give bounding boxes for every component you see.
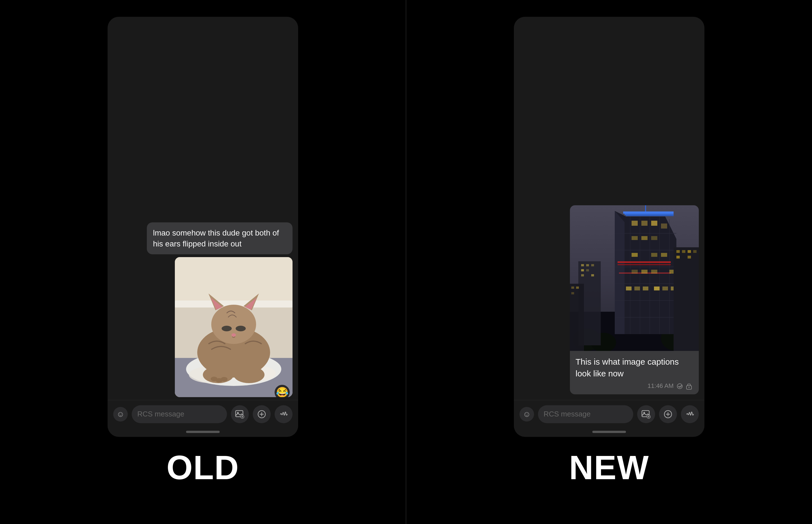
svg-rect-56	[618, 264, 671, 265]
old-phone-screen: lmao somehow this dude got both of his e…	[108, 17, 298, 437]
svg-rect-58	[632, 221, 638, 226]
svg-rect-35	[581, 269, 584, 272]
old-image-message[interactable]: 😂	[175, 257, 293, 397]
input-placeholder-new: RCS message	[543, 410, 591, 419]
svg-rect-54	[626, 215, 673, 216]
svg-rect-65	[632, 253, 638, 257]
svg-rect-81	[687, 250, 691, 253]
svg-point-92	[688, 387, 689, 388]
svg-rect-55	[618, 261, 671, 263]
svg-point-15	[231, 333, 236, 337]
svg-rect-59	[642, 221, 648, 226]
svg-rect-72	[626, 286, 632, 291]
svg-rect-68	[632, 270, 638, 274]
comparison-container: lmao somehow this dude got both of his e…	[0, 0, 812, 524]
add-button-new[interactable]	[659, 405, 677, 423]
message-text: lmao somehow this dude got both of his e…	[153, 229, 279, 248]
svg-point-14	[236, 326, 246, 331]
svg-rect-33	[586, 264, 589, 266]
svg-point-13	[222, 326, 232, 331]
voice-icon-new	[686, 410, 694, 419]
new-chat-area: This is what image captions look like no…	[514, 17, 704, 400]
svg-rect-52	[623, 211, 673, 214]
svg-rect-62	[632, 236, 638, 240]
svg-rect-38	[591, 274, 594, 276]
right-panel: This is what image captions look like no…	[406, 0, 812, 524]
svg-rect-87	[571, 286, 574, 289]
svg-rect-89	[571, 292, 574, 294]
old-label: OLD	[166, 437, 239, 524]
input-placeholder-old: RCS message	[137, 410, 184, 419]
add-icon-new	[664, 410, 672, 419]
rcs-input-new[interactable]: RCS message	[538, 405, 633, 423]
svg-rect-36	[586, 269, 589, 272]
caption-text: This is what image captions look like no…	[575, 357, 679, 378]
svg-rect-82	[693, 250, 697, 253]
svg-rect-69	[642, 270, 648, 274]
emoji-icon-new: ☺	[523, 410, 531, 419]
svg-rect-84	[687, 256, 691, 259]
svg-rect-83	[677, 256, 680, 259]
svg-rect-79	[677, 250, 680, 253]
svg-rect-61	[661, 224, 667, 229]
image-attach-icon-new	[642, 409, 651, 419]
svg-rect-32	[581, 264, 584, 266]
emoji-icon-old: ☺	[117, 410, 125, 419]
svg-point-8	[211, 305, 256, 344]
new-label: NEW	[569, 437, 649, 524]
svg-rect-76	[662, 286, 668, 291]
voice-icon-old	[279, 410, 288, 419]
cat-image	[175, 257, 293, 397]
svg-rect-78	[673, 247, 699, 351]
text-message-bubble: lmao somehow this dude got both of his e…	[147, 223, 293, 254]
lock-icon	[686, 382, 692, 390]
new-image-message[interactable]: This is what image captions look like no…	[570, 205, 699, 394]
rcs-input-old[interactable]: RCS message	[132, 405, 227, 423]
svg-rect-88	[576, 286, 579, 289]
svg-rect-74	[643, 286, 648, 291]
old-input-bar: ☺ RCS message	[108, 400, 298, 428]
svg-rect-34	[591, 264, 594, 266]
svg-rect-80	[682, 250, 685, 253]
building-image-container	[570, 205, 699, 351]
svg-point-17	[234, 366, 264, 383]
left-panel: lmao somehow this dude got both of his e…	[0, 0, 406, 524]
svg-point-20	[221, 377, 228, 381]
voice-button-new[interactable]	[681, 405, 699, 423]
emoji-button-old[interactable]: ☺	[113, 407, 128, 422]
svg-rect-60	[651, 221, 657, 226]
timestamp: 11:46 AM	[648, 382, 673, 390]
image-attach-icon-old	[235, 409, 245, 419]
add-button-old[interactable]	[253, 405, 271, 423]
new-input-bar: ☺ RCS message	[514, 400, 704, 428]
image-attach-button-old[interactable]	[231, 405, 249, 423]
timestamp-row: 11:46 AM	[575, 382, 693, 390]
voice-button-old[interactable]	[275, 405, 293, 423]
add-icon-old	[258, 410, 266, 419]
emoji-reaction: 😂	[275, 385, 290, 397]
svg-rect-37	[581, 274, 584, 276]
home-indicator-new	[592, 431, 626, 433]
svg-rect-73	[634, 286, 640, 291]
svg-rect-75	[654, 286, 660, 291]
svg-rect-1	[175, 257, 293, 308]
svg-rect-53	[624, 214, 673, 215]
svg-rect-85	[645, 205, 646, 211]
new-phone-screen: This is what image captions look like no…	[514, 17, 704, 437]
building-image	[570, 205, 699, 351]
old-chat-area: lmao somehow this dude got both of his e…	[108, 17, 298, 400]
svg-rect-64	[651, 236, 657, 240]
svg-rect-67	[661, 253, 667, 257]
home-indicator-old	[186, 431, 220, 433]
delivered-check-icon	[676, 383, 684, 389]
emoji-button-new[interactable]: ☺	[519, 407, 534, 422]
image-attach-button-new[interactable]	[637, 405, 655, 423]
image-caption-bubble: This is what image captions look like no…	[570, 351, 699, 394]
svg-rect-66	[651, 253, 657, 257]
svg-rect-63	[642, 236, 648, 240]
svg-rect-70	[651, 270, 657, 274]
